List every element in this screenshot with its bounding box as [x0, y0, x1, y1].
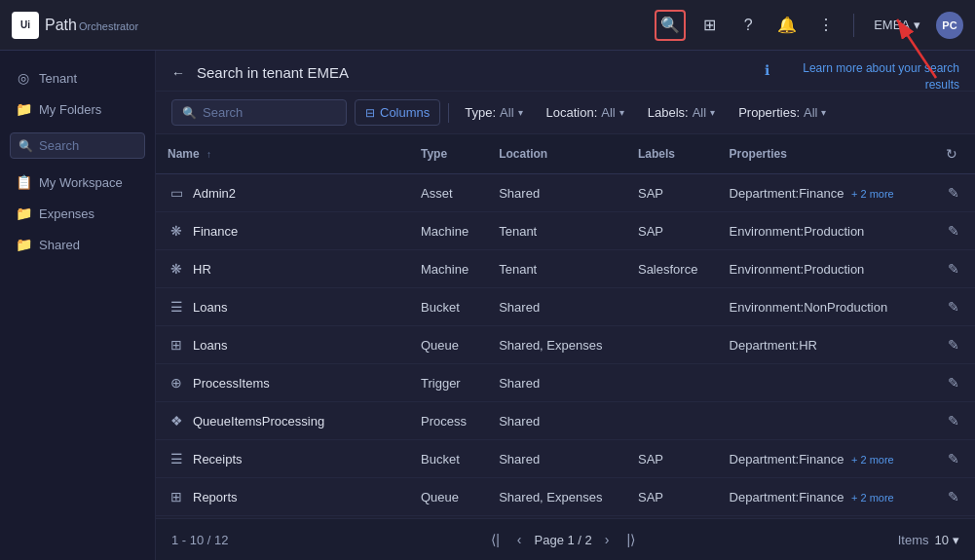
info-banner-text: Learn more about your search results — [775, 60, 959, 93]
sidebar-search-box[interactable]: 🔍 — [10, 132, 145, 159]
col-name[interactable]: Name ↑ — [156, 134, 409, 174]
info-banner[interactable]: ℹ Learn more about your search results — [765, 60, 959, 93]
properties-more: + 2 more — [851, 188, 894, 200]
edit-button[interactable]: ✎ — [944, 487, 963, 506]
last-page-button[interactable]: |⟩ — [621, 529, 640, 550]
row-type-icon: ⊞ — [168, 489, 185, 504]
edit-button[interactable]: ✎ — [944, 449, 963, 468]
sidebar-item-label: My Folders — [39, 102, 101, 117]
table-row: ❖ QueueItemsProcessing Process Shared ✎ — [156, 402, 975, 440]
add-button[interactable]: ⊞ — [694, 10, 725, 41]
cell-properties: Department:Finance + 2 more — [718, 478, 924, 516]
name-label: HR — [193, 262, 211, 277]
cell-name: ❋ HR — [156, 250, 409, 288]
chevron-down-icon: ▾ — [710, 107, 715, 118]
columns-label: Columns — [380, 105, 430, 120]
cell-type: Process — [409, 402, 487, 440]
properties-filter-value: All — [804, 105, 817, 120]
cell-labels — [626, 364, 718, 402]
col-actions: ↻ — [923, 134, 975, 174]
items-select[interactable]: 10 ▾ — [935, 533, 959, 547]
workspace-icon: 📋 — [16, 174, 31, 190]
table-row: ☰ Loans Bucket Shared Environment:NonPro… — [156, 288, 975, 326]
sidebar-item-my-folders[interactable]: 📁 My Folders — [0, 93, 155, 125]
name-label: Admin2 — [193, 186, 236, 201]
col-location[interactable]: Location — [487, 134, 626, 174]
name-label: QueueItemsProcessing — [193, 414, 324, 429]
labels-filter[interactable]: Labels: All ▾ — [640, 100, 723, 125]
edit-button[interactable]: ✎ — [944, 221, 963, 241]
refresh-button[interactable]: ↻ — [940, 144, 963, 164]
columns-icon: ⊟ — [365, 106, 375, 120]
cell-name: ☰ Receipts — [156, 440, 409, 478]
sort-icon: ↑ — [206, 149, 211, 160]
logo-icon: Ui — [12, 12, 39, 39]
col-labels[interactable]: Labels — [626, 134, 718, 174]
location-filter-value: All — [601, 105, 615, 120]
main-search-input[interactable] — [203, 105, 336, 120]
back-button[interactable]: ← Search in tenant EMEA — [171, 64, 349, 81]
edit-button[interactable]: ✎ — [944, 335, 963, 355]
sidebar-item-label: Shared — [39, 238, 80, 252]
main-layout: ◎ Tenant 📁 My Folders 🔍 📋 My Workspace 📁… — [0, 51, 975, 560]
avatar[interactable]: PC — [936, 12, 963, 39]
search-input[interactable] — [39, 138, 136, 153]
edit-button[interactable]: ✎ — [944, 259, 963, 279]
shared-folder-icon: 📁 — [16, 237, 31, 252]
columns-button[interactable]: ⊟ Columns — [355, 99, 440, 126]
cell-edit: ✎ — [923, 212, 975, 250]
help-button[interactable]: ? — [732, 10, 764, 41]
toolbar-separator — [448, 103, 449, 123]
page-text: Page 1 / 2 — [535, 533, 592, 547]
logo-sub: Orchestrator — [79, 20, 138, 32]
table-row: ⊞ Reports Queue Shared, Expenses SAP Dep… — [156, 478, 975, 516]
pagination: 1 - 10 / 12 ⟨| ‹ Page 1 / 2 › |⟩ Items 1… — [156, 518, 975, 560]
sidebar-item-shared[interactable]: 📁 Shared — [0, 229, 155, 260]
cell-labels: SAP — [626, 174, 718, 212]
page-title: Search in tenant EMEA — [197, 64, 349, 81]
chevron-down-icon: ▾ — [518, 107, 523, 118]
location-filter-label: Location: — [546, 105, 598, 120]
sidebar-item-expenses[interactable]: 📁 Expenses — [0, 198, 155, 229]
more-button[interactable]: ⋮ — [810, 10, 842, 41]
cell-properties — [718, 402, 924, 440]
properties-filter[interactable]: Properties: All ▾ — [731, 100, 834, 125]
cell-type: Queue — [409, 326, 487, 364]
search-button[interactable]: 🔍 — [655, 10, 686, 41]
content-area: ← Search in tenant EMEA ℹ Learn more abo… — [156, 51, 975, 560]
header-divider — [853, 14, 854, 37]
info-icon: ℹ — [765, 61, 769, 81]
edit-button[interactable]: ✎ — [944, 183, 963, 203]
items-label: Items — [898, 533, 929, 547]
prev-page-button[interactable]: ‹ — [512, 529, 527, 550]
cell-location: Shared — [487, 288, 626, 326]
properties-more: + 2 more — [851, 492, 894, 504]
first-page-button[interactable]: ⟨| — [486, 529, 505, 550]
sidebar-item-my-workspace[interactable]: 📋 My Workspace — [0, 167, 155, 198]
col-type[interactable]: Type — [409, 134, 487, 174]
expenses-folder-icon: 📁 — [16, 205, 31, 221]
cell-properties: Department:Finance + 2 more — [718, 440, 924, 478]
edit-button[interactable]: ✎ — [944, 411, 963, 430]
cell-properties: Environment:NonProduction — [718, 288, 924, 326]
items-per-page: Items 10 ▾ — [898, 533, 959, 547]
location-filter[interactable]: Location: All ▾ — [539, 100, 632, 125]
row-type-icon: ☰ — [168, 451, 185, 467]
row-type-icon: ❋ — [168, 223, 185, 239]
region-selector[interactable]: EMEA ▾ — [866, 14, 928, 36]
type-filter[interactable]: Type: All ▾ — [457, 100, 530, 125]
next-page-button[interactable]: › — [600, 529, 615, 550]
cell-location: Tenant — [487, 212, 626, 250]
col-properties[interactable]: Properties — [718, 134, 924, 174]
cell-location: Shared — [487, 402, 626, 440]
cell-edit: ✎ — [923, 402, 975, 440]
sidebar-item-label: Expenses — [39, 206, 94, 221]
edit-button[interactable]: ✎ — [944, 373, 963, 392]
table-row: ❋ Finance Machine Tenant SAP Environment… — [156, 212, 975, 250]
sidebar-item-tenant[interactable]: ◎ Tenant — [0, 62, 155, 93]
edit-button[interactable]: ✎ — [944, 297, 963, 317]
notifications-button[interactable]: 🔔 — [771, 10, 803, 41]
chevron-down-icon: ▾ — [619, 107, 624, 118]
row-type-icon: ⊕ — [168, 375, 185, 391]
main-search-box[interactable]: 🔍 — [171, 99, 347, 126]
